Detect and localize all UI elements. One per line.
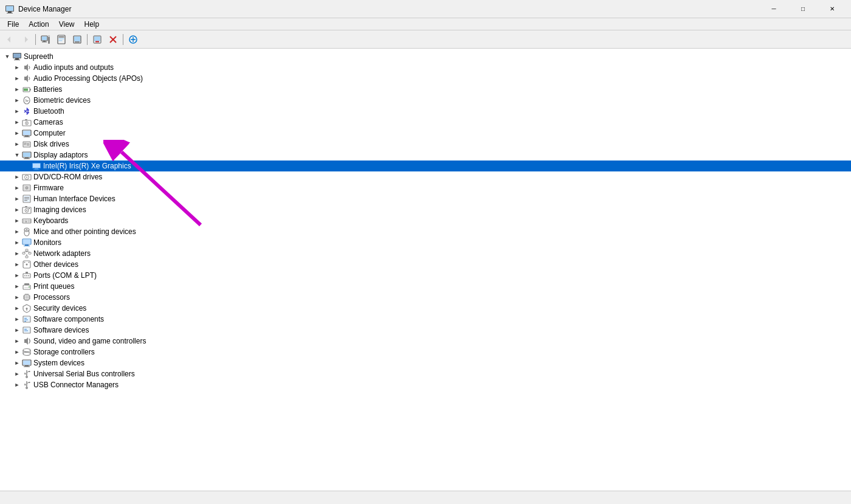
tree-item-firmware[interactable]: ► Firmware — [0, 182, 851, 193]
tree-item-sound[interactable]: ► Sound, video and game controllers — [0, 336, 851, 347]
security-icon — [22, 303, 32, 313]
svg-rect-133 — [24, 317, 30, 322]
expand-dvd[interactable]: ► — [12, 172, 22, 182]
tree-item-mice[interactable]: ► Mice and other pointing devices — [0, 226, 851, 237]
show-devices-button[interactable] — [38, 32, 53, 47]
toolbar-separator-2 — [87, 34, 88, 45]
svg-rect-3 — [7, 13, 13, 13]
print-queues-icon — [22, 281, 32, 291]
expand-intel-iris — [22, 161, 32, 171]
menu-bar: File Action View Help — [0, 18, 851, 30]
add-hardware-button[interactable] — [126, 32, 140, 47]
tree-item-network[interactable]: ► Network adapters — [0, 248, 851, 259]
expand-monitors[interactable]: ► — [12, 238, 22, 247]
svg-rect-56 — [24, 159, 30, 159]
expand-ports[interactable]: ► — [12, 271, 22, 280]
tree-item-batteries[interactable]: ► Batteries — [0, 84, 851, 95]
label-mice: Mice and other pointing devices — [33, 227, 136, 236]
tree-item-monitors[interactable]: ► Monitors — [0, 237, 851, 248]
tree-item-usb-controllers[interactable]: ► Universal Serial Bus controllers — [0, 368, 851, 379]
tree-item-keyboards[interactable]: ► Keyboards — [0, 215, 851, 226]
tree-item-cameras[interactable]: ► Cameras — [0, 117, 851, 128]
expand-usb-controllers[interactable]: ► — [12, 369, 22, 379]
scan-button[interactable] — [106, 32, 120, 47]
expand-apos[interactable]: ► — [12, 74, 22, 83]
menu-help[interactable]: Help — [80, 19, 105, 30]
tree-item-storage[interactable]: ► Storage controllers — [0, 347, 851, 357]
expand-cameras[interactable]: ► — [12, 117, 22, 127]
expand-imaging[interactable]: ► — [12, 205, 22, 215]
minimize-button[interactable]: ─ — [760, 0, 788, 18]
menu-action[interactable]: Action — [24, 19, 53, 30]
main-content[interactable]: ▼ Supreeth ► Audio inputs and output — [0, 49, 851, 491]
expand-firmware[interactable]: ► — [12, 183, 22, 193]
tree-item-biometric[interactable]: ► Biometric devices — [0, 95, 851, 106]
maximize-button[interactable]: □ — [789, 0, 817, 18]
tree-item-apos[interactable]: ► Audio Processing Objects (APOs) — [0, 73, 851, 84]
expand-processors[interactable]: ► — [12, 292, 22, 302]
expand-hid[interactable]: ► — [12, 194, 22, 204]
expand-usb-connector[interactable]: ► — [12, 380, 22, 390]
tree-item-disk-drives[interactable]: ► Disk drives — [0, 139, 851, 150]
expand-network[interactable]: ► — [12, 249, 22, 258]
expand-software-components[interactable]: ► — [12, 314, 22, 324]
label-other-devices: Other devices — [33, 260, 78, 269]
label-firmware: Firmware — [33, 184, 64, 192]
intel-iris-icon — [32, 161, 41, 171]
expand-other-devices[interactable]: ► — [12, 260, 22, 269]
tree-root-supreeth[interactable]: ▼ Supreeth — [0, 51, 851, 62]
svg-marker-5 — [25, 36, 28, 43]
label-intel-iris: Intel(R) Iris(R) Xe Graphics — [43, 162, 131, 170]
expand-sound[interactable]: ► — [12, 336, 22, 346]
expand-supreeth[interactable]: ▼ — [2, 52, 12, 61]
tree-item-display-adaptors[interactable]: ▼ Display adaptors — [0, 150, 851, 161]
tree-item-computer[interactable]: ► Computer — [0, 128, 851, 139]
tree-item-intel-iris[interactable]: Intel(R) Iris(R) Xe Graphics — [0, 161, 851, 171]
menu-view[interactable]: View — [54, 19, 80, 30]
expand-storage[interactable]: ► — [12, 347, 22, 357]
tree-item-audio-inputs[interactable]: ► Audio inputs and outputs — [0, 62, 851, 73]
expand-system[interactable]: ► — [12, 358, 22, 368]
svg-rect-98 — [26, 256, 28, 258]
tree-item-system[interactable]: ► System devices — [0, 357, 851, 368]
back-button[interactable] — [2, 32, 17, 47]
tree-item-print-queues[interactable]: ► Print queues — [0, 281, 851, 292]
svg-rect-85 — [25, 221, 27, 223]
expand-bluetooth[interactable]: ► — [12, 106, 22, 116]
tree-item-ports[interactable]: ► Ports (COM & LPT) — [0, 270, 851, 281]
expand-keyboards[interactable]: ► — [12, 216, 22, 226]
svg-point-115 — [29, 286, 30, 288]
uninstall-button[interactable] — [90, 32, 105, 47]
expand-computer[interactable]: ► — [12, 128, 22, 138]
tree-item-software-components[interactable]: ► Software components — [0, 314, 851, 325]
tree-item-processors[interactable]: ► Proces — [0, 292, 851, 303]
expand-display-adaptors[interactable]: ▼ — [12, 150, 22, 160]
forward-button[interactable] — [18, 32, 33, 47]
menu-file[interactable]: File — [2, 19, 24, 30]
tree-item-security[interactable]: ► Security devices — [0, 303, 851, 314]
expand-software-devices[interactable]: ► — [12, 325, 22, 335]
svg-rect-2 — [8, 12, 12, 13]
dvd-icon — [22, 172, 32, 182]
update-driver-button[interactable] — [70, 32, 84, 47]
tree-item-software-devices[interactable]: ► Software devices — [0, 325, 851, 336]
tree-item-imaging[interactable]: ► Imaging devices — [0, 204, 851, 215]
expand-security[interactable]: ► — [12, 303, 22, 313]
expand-print-queues[interactable]: ► — [12, 281, 22, 291]
close-button[interactable]: ✕ — [818, 0, 846, 18]
properties-button[interactable] — [54, 32, 69, 47]
expand-batteries[interactable]: ► — [12, 85, 22, 94]
usb-controllers-icon — [22, 369, 32, 379]
tree-item-dvd[interactable]: ► DVD/CD-ROM drives — [0, 171, 851, 182]
tree-item-hid[interactable]: ► Human Interface Devices — [0, 193, 851, 204]
expand-audio-inputs[interactable]: ► — [12, 63, 22, 72]
svg-rect-7 — [42, 36, 47, 40]
expand-disk-drives[interactable]: ► — [12, 139, 22, 149]
tree-item-usb-connector[interactable]: ► USB Connector Managers — [0, 379, 851, 390]
label-apos: Audio Processing Objects (APOs) — [33, 74, 143, 83]
expand-biometric[interactable]: ► — [12, 95, 22, 105]
expand-mice[interactable]: ► — [12, 227, 22, 236]
tree-item-bluetooth[interactable]: ► Bluetooth — [0, 106, 851, 117]
tree-item-other-devices[interactable]: ► Other devices — [0, 259, 851, 270]
display-adaptors-icon — [22, 150, 32, 160]
